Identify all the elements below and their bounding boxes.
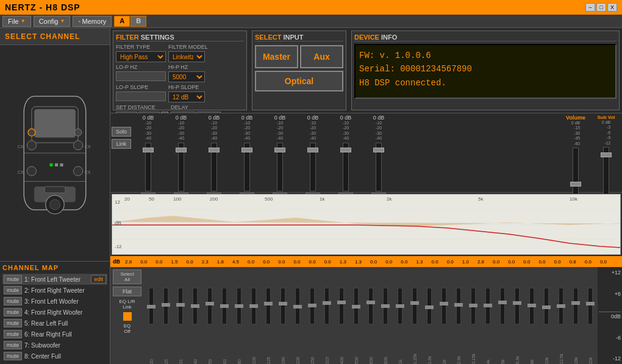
eq-thumb-13[interactable] (337, 301, 346, 304)
eq-thumb-23[interactable] (484, 304, 492, 307)
eq-track-16 (383, 288, 388, 324)
solo-btn[interactable]: Solo (112, 127, 131, 137)
eq-thumb-5[interactable] (220, 304, 229, 308)
eq-thumb-4[interactable] (206, 302, 214, 305)
eq-thumb-11[interactable] (308, 304, 316, 307)
ch-fader-track-5 (310, 143, 316, 191)
eq-db-val-13: 0.0 (324, 259, 331, 265)
eq-thumb-24[interactable] (498, 301, 507, 304)
ch-fader-thumb-7[interactable] (373, 148, 384, 152)
ch-db-label-4: 0 dB (274, 115, 286, 121)
channel-item-4[interactable]: mute 4: Front Right Woofer (2, 307, 107, 318)
ch-db-scale-6: -10-20-30-40 (343, 121, 349, 141)
mute-btn-8[interactable]: mute (4, 352, 22, 360)
minimize-button[interactable]: – (585, 3, 595, 12)
config-menu[interactable]: Config ▼ (34, 16, 71, 27)
vol-fader-thumb[interactable] (570, 182, 581, 187)
mute-btn-6[interactable]: mute (4, 330, 22, 338)
ch-fader-thumb-0[interactable] (143, 148, 154, 152)
aux-btn[interactable]: Aux (300, 45, 343, 68)
eq-band-label-26: 8k (530, 346, 534, 364)
channel-item-1[interactable]: mute 1: Front Left Tweeter edit (2, 274, 107, 285)
eq-thumb-6[interactable] (235, 304, 243, 308)
mute-btn-5[interactable]: mute (4, 319, 22, 327)
eq-thumb-15[interactable] (366, 301, 375, 304)
car-display[interactable]: CX CX CX CX (0, 45, 110, 261)
eq-thumb-3[interactable] (191, 304, 199, 308)
eq-thumb-27[interactable] (542, 305, 551, 309)
tab-a[interactable]: A (114, 16, 130, 27)
memory-menu[interactable]: ▪ Memory (73, 16, 112, 27)
eq-thumb-28[interactable] (557, 304, 565, 308)
eq-thumb-20[interactable] (440, 302, 448, 305)
ch-fader-thumb-4[interactable] (274, 148, 285, 152)
eq-thumb-8[interactable] (264, 302, 273, 305)
maximize-button[interactable]: □ (596, 3, 606, 12)
eq-thumb-25[interactable] (513, 301, 521, 305)
mute-btn-7[interactable]: mute (4, 341, 22, 349)
hi-p-slope-select[interactable]: 12 dB 24 dB (168, 91, 205, 102)
lo-p-slope-input[interactable] (116, 91, 166, 101)
mute-btn-4[interactable]: mute (4, 308, 22, 316)
file-menu[interactable]: File ▼ (2, 16, 31, 27)
eq-thumb-14[interactable] (352, 305, 360, 309)
channel-item-2[interactable]: mute 2: Front Right Tweeter (2, 285, 107, 296)
sub-vol-fader-thumb[interactable] (601, 152, 612, 157)
filter-model-select[interactable]: Linkwitz Butterworth (168, 51, 205, 62)
eq-thumb-9[interactable] (279, 302, 287, 305)
eq-track-0 (149, 288, 154, 324)
eq-thumb-7[interactable] (249, 304, 258, 308)
eq-thumb-22[interactable] (469, 304, 477, 307)
eq-thumb-12[interactable] (323, 301, 331, 305)
close-button[interactable]: X (607, 3, 617, 12)
svg-text:CX: CX (18, 145, 24, 149)
eq-thumb-29[interactable] (571, 301, 580, 305)
ch-db-label-0: 0 dB (143, 115, 154, 121)
eq-thumb-0[interactable] (147, 305, 156, 309)
channel-item-7[interactable]: mute 7: Subwoofer (2, 340, 107, 351)
front-left-tweeter-dot[interactable] (28, 129, 35, 136)
eq-thumb-2[interactable] (176, 303, 185, 307)
channel-item-3[interactable]: mute 3: Front Left Woofer (2, 296, 107, 307)
tab-b[interactable]: B (130, 16, 146, 27)
mute-btn-2[interactable]: mute (4, 286, 22, 294)
ch-fader-thumb-1[interactable] (176, 148, 187, 152)
edit-btn-1[interactable]: edit (91, 275, 106, 284)
channel-item-5[interactable]: mute 5: Rear Left Full (2, 318, 107, 329)
eq-thumb-18[interactable] (410, 301, 419, 305)
eq-thumb-10[interactable] (293, 305, 302, 309)
channel-item-6[interactable]: mute 6: Rear Right Full (2, 329, 107, 340)
mute-btn-3[interactable]: mute (4, 297, 22, 305)
eq-thumb-16[interactable] (381, 304, 390, 308)
link-indicator[interactable]: Link (112, 139, 131, 149)
eq-thumb-1[interactable] (162, 303, 170, 307)
eq-thumb-19[interactable] (425, 305, 434, 309)
svg-text:2k: 2k (387, 196, 392, 202)
flat-btn[interactable]: Flat (113, 287, 141, 296)
eq-thumb-26[interactable] (527, 304, 536, 307)
lo-p-hz-input[interactable] (116, 71, 166, 81)
select-all-btn[interactable]: Select All (113, 269, 141, 284)
eq-band-label-6: 80 (237, 346, 241, 364)
eq-thumb-21[interactable] (454, 303, 463, 307)
eq-band-2.5k: 2.5k (451, 267, 466, 364)
master-btn[interactable]: Master (255, 45, 298, 68)
channel-item-8[interactable]: mute 8: Center Full (2, 351, 107, 362)
ch-db-scale-5: -10-20-30-40 (310, 121, 316, 141)
channel-name-5: 5: Rear Left Full (24, 320, 106, 327)
eq-band-label-15: 630 (369, 346, 373, 364)
optical-btn[interactable]: Optical (255, 71, 343, 91)
ch-fader-thumb-5[interactable] (307, 148, 318, 152)
eq-thumb-30[interactable] (586, 302, 595, 305)
ch-fader-thumb-2[interactable] (209, 148, 220, 152)
filter-type-select[interactable]: High Pass Low Pass Band Pass (116, 51, 166, 62)
eq-band-8k: 8k (524, 267, 539, 364)
eq-band-160: 160 (276, 267, 290, 364)
mute-btn-1[interactable]: mute (4, 275, 22, 284)
ch-db-scale-0: -10-20-30-40 (145, 121, 151, 141)
menu-bar: File ▼ Config ▼ ▪ Memory A B (0, 15, 622, 28)
ch-fader-thumb-3[interactable] (241, 148, 252, 152)
eq-thumb-17[interactable] (396, 304, 404, 308)
ch-fader-thumb-6[interactable] (340, 148, 351, 152)
hi-p-hz-select[interactable]: 5000 (168, 71, 205, 82)
